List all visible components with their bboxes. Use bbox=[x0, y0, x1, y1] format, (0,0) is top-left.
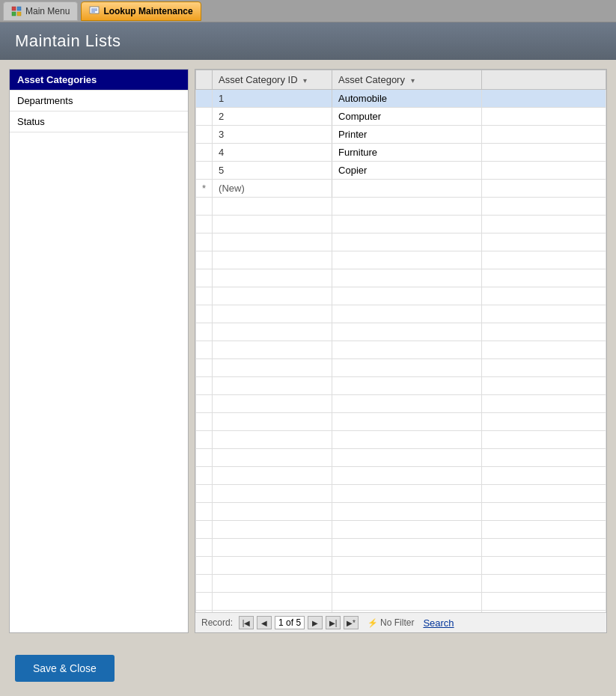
table-row[interactable] bbox=[196, 431, 606, 449]
main-content: Asset Categories Departments Status Asse… bbox=[0, 60, 616, 642]
tab-main-menu-label: Main Menu bbox=[25, 6, 70, 16]
cell-asset-category[interactable]: Automobile bbox=[332, 90, 482, 108]
table-row[interactable]: 5Copier bbox=[196, 162, 606, 180]
empty-cell bbox=[332, 485, 482, 503]
row-indicator-cell bbox=[196, 413, 213, 431]
table-row[interactable]: *(New) bbox=[196, 180, 606, 198]
cell-asset-category[interactable]: Furniture bbox=[332, 144, 482, 162]
empty-cell bbox=[213, 539, 332, 557]
cell-asset-category-id[interactable]: (New) bbox=[213, 180, 332, 198]
table-row[interactable] bbox=[196, 269, 606, 287]
row-indicator-cell bbox=[196, 198, 213, 216]
table-row[interactable] bbox=[196, 575, 606, 593]
table-row[interactable] bbox=[196, 305, 606, 323]
empty-cell bbox=[482, 359, 606, 377]
cell-asset-category-id[interactable]: 2 bbox=[213, 108, 332, 126]
cell-asset-category[interactable]: Copier bbox=[332, 162, 482, 180]
nav-page-indicator[interactable]: 1 of 5 bbox=[275, 616, 305, 629]
empty-cell bbox=[332, 593, 482, 611]
cell-asset-category[interactable] bbox=[332, 180, 482, 198]
nav-bar: Record: |◀ ◀ 1 of 5 ▶ ▶| ▶* ⚡ No Filter … bbox=[195, 612, 606, 632]
empty-cell bbox=[213, 521, 332, 539]
cell-asset-category-id[interactable]: 5 bbox=[213, 162, 332, 180]
save-close-button[interactable]: Save & Close bbox=[15, 655, 115, 682]
table-row[interactable]: 4Furniture bbox=[196, 144, 606, 162]
table-row[interactable] bbox=[196, 521, 606, 539]
empty-cell bbox=[213, 216, 332, 233]
col-id-sort-icon[interactable]: ▾ bbox=[303, 76, 307, 85]
table-row[interactable] bbox=[196, 233, 606, 251]
table-row[interactable] bbox=[196, 359, 606, 377]
empty-cell bbox=[213, 575, 332, 593]
grid-scroll[interactable]: Asset Category ID ▾ Asset Category ▾ 1Au… bbox=[195, 70, 606, 612]
row-indicator-header bbox=[196, 70, 213, 90]
row-indicator-cell bbox=[196, 323, 213, 341]
table-row[interactable] bbox=[196, 395, 606, 413]
table-row[interactable] bbox=[196, 377, 606, 395]
table-row[interactable] bbox=[196, 251, 606, 269]
col-cat-sort-icon[interactable]: ▾ bbox=[411, 76, 415, 85]
nav-next-btn[interactable]: ▶ bbox=[308, 616, 323, 629]
filter-icon: ⚡ bbox=[368, 618, 378, 628]
table-row[interactable] bbox=[196, 467, 606, 485]
table-row[interactable] bbox=[196, 216, 606, 233]
table-row[interactable]: 3Printer bbox=[196, 126, 606, 144]
no-filter-label: No Filter bbox=[380, 617, 414, 628]
cell-asset-category[interactable]: Computer bbox=[332, 108, 482, 126]
svg-rect-0 bbox=[12, 7, 16, 10]
cell-extra bbox=[482, 90, 606, 108]
empty-cell bbox=[213, 557, 332, 575]
table-row[interactable] bbox=[196, 287, 606, 305]
sidebar-item-asset-categories[interactable]: Asset Categories bbox=[10, 70, 188, 91]
empty-cell bbox=[482, 431, 606, 449]
nav-prev-btn[interactable]: ◀ bbox=[257, 616, 272, 629]
col-header-asset-category[interactable]: Asset Category ▾ bbox=[332, 70, 482, 90]
empty-cell bbox=[213, 287, 332, 305]
sidebar-item-departments[interactable]: Departments bbox=[10, 91, 188, 112]
sidebar-item-status[interactable]: Status bbox=[10, 112, 188, 132]
empty-cell bbox=[482, 467, 606, 485]
cell-asset-category-id[interactable]: 4 bbox=[213, 144, 332, 162]
empty-cell bbox=[482, 449, 606, 467]
search-label[interactable]: Search bbox=[423, 617, 454, 629]
table-row[interactable] bbox=[196, 449, 606, 467]
cell-asset-category-id[interactable]: 3 bbox=[213, 126, 332, 144]
empty-cell bbox=[332, 467, 482, 485]
table-row[interactable] bbox=[196, 485, 606, 503]
table-row[interactable] bbox=[196, 198, 606, 216]
row-indicator-cell bbox=[196, 485, 213, 503]
empty-cell bbox=[332, 359, 482, 377]
tab-lookup-maintenance[interactable]: Lookup Maintenance bbox=[81, 1, 201, 21]
empty-cell bbox=[213, 359, 332, 377]
table-row[interactable] bbox=[196, 323, 606, 341]
table-row[interactable]: 1Automobile bbox=[196, 90, 606, 108]
col-header-asset-category-id[interactable]: Asset Category ID ▾ bbox=[213, 70, 332, 90]
empty-cell bbox=[213, 413, 332, 431]
table-row[interactable]: 2Computer bbox=[196, 108, 606, 126]
table-row[interactable] bbox=[196, 539, 606, 557]
table-row[interactable] bbox=[196, 503, 606, 521]
tab-main-menu[interactable]: Main Menu bbox=[3, 1, 78, 21]
empty-cell bbox=[332, 395, 482, 413]
cell-asset-category-id[interactable]: 1 bbox=[213, 90, 332, 108]
empty-cell bbox=[332, 341, 482, 359]
nav-new-btn[interactable]: ▶* bbox=[344, 616, 359, 629]
nav-first-btn[interactable]: |◀ bbox=[239, 616, 254, 629]
nav-last-btn[interactable]: ▶| bbox=[326, 616, 341, 629]
no-filter: ⚡ No Filter bbox=[368, 617, 414, 628]
table-row[interactable] bbox=[196, 593, 606, 611]
empty-cell bbox=[213, 323, 332, 341]
empty-cell bbox=[482, 233, 606, 251]
empty-cell bbox=[332, 305, 482, 323]
empty-cell bbox=[482, 251, 606, 269]
cell-asset-category[interactable]: Printer bbox=[332, 126, 482, 144]
table-row[interactable] bbox=[196, 413, 606, 431]
sidebar-item-departments-label: Departments bbox=[17, 95, 73, 106]
grid-container: Asset Category ID ▾ Asset Category ▾ 1Au… bbox=[195, 69, 607, 633]
row-indicator-cell bbox=[196, 126, 213, 144]
row-indicator-cell bbox=[196, 305, 213, 323]
empty-cell bbox=[213, 593, 332, 611]
table-row[interactable] bbox=[196, 557, 606, 575]
cell-extra bbox=[482, 108, 606, 126]
table-row[interactable] bbox=[196, 341, 606, 359]
